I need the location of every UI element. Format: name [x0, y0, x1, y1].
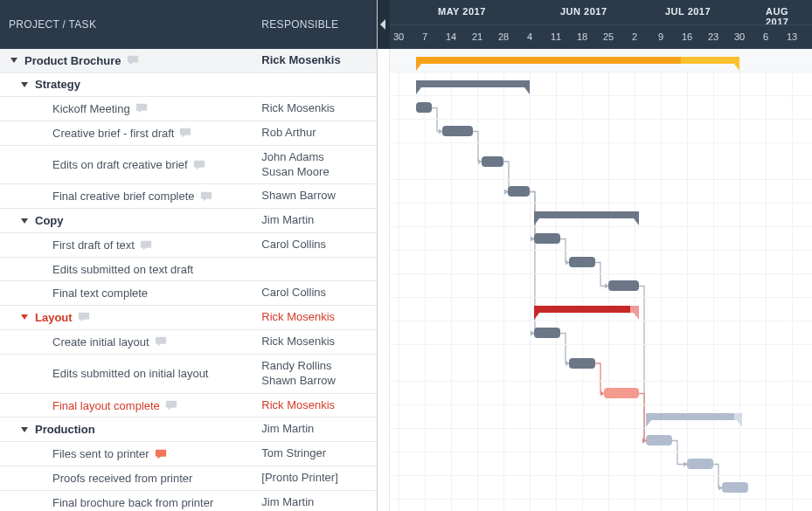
- table-row[interactable]: Kickoff MeetingRick Mosenkis: [0, 97, 377, 121]
- day-label: 30: [390, 31, 407, 42]
- task-name: Proofs received from printer: [52, 472, 192, 485]
- summary-bar[interactable]: [416, 80, 530, 87]
- column-header-responsible[interactable]: RESPONSIBLE: [261, 18, 377, 31]
- task-name: Copy: [35, 214, 64, 227]
- responsible-name: Jim Martin: [261, 422, 314, 435]
- task-rows: Product BrochureRick MosenkisStrategyKic…: [0, 49, 377, 511]
- day-label: 18: [573, 31, 591, 42]
- comment-icon[interactable]: [135, 102, 148, 114]
- expand-caret-icon[interactable]: [19, 425, 30, 434]
- comment-icon[interactable]: [155, 335, 167, 348]
- table-row[interactable]: First draft of textCarol Collins: [0, 233, 377, 258]
- gantt-body[interactable]: [390, 49, 812, 511]
- table-row[interactable]: Proofs received from printer[Pronto Prin…: [0, 466, 377, 491]
- task-name: Final creative brief complete: [52, 190, 195, 203]
- task-name: Kickoff Meeting: [52, 102, 130, 115]
- day-label: 6: [757, 31, 774, 42]
- task-bar[interactable]: [722, 482, 748, 493]
- day-label: 23: [704, 31, 722, 42]
- responsible-name: Rick Mosenkis: [261, 53, 340, 66]
- task-bar[interactable]: [534, 233, 560, 244]
- table-row[interactable]: Create initial layoutRick Mosenkis: [0, 330, 377, 355]
- expand-caret-icon[interactable]: [19, 217, 30, 225]
- task-name: Edits submitted on text draft: [52, 263, 193, 276]
- comment-icon[interactable]: [78, 311, 90, 323]
- table-row[interactable]: LayoutRick Mosenkis: [0, 306, 377, 330]
- day-label: 4: [521, 31, 538, 42]
- responsible-name: Shawn Barrow: [261, 189, 336, 202]
- task-name: Production: [35, 423, 95, 436]
- table-row[interactable]: Edits submitted on initial layoutRandy R…: [0, 355, 377, 394]
- task-bar[interactable]: [687, 459, 713, 469]
- task-bar[interactable]: [604, 388, 639, 398]
- comment-icon[interactable]: [200, 190, 212, 203]
- responsible-name: Carol Collins: [261, 286, 326, 299]
- task-bar[interactable]: [569, 257, 595, 267]
- day-label: 16: [678, 31, 696, 42]
- gantt-row: [390, 452, 812, 476]
- summary-bar[interactable]: [534, 306, 639, 313]
- comment-icon[interactable]: [140, 239, 152, 252]
- gantt-row: [390, 73, 812, 96]
- table-row[interactable]: Final text completeCarol Collins: [0, 281, 377, 306]
- day-label: 30: [731, 31, 748, 42]
- responsible-name: [Pronto Printer]: [261, 471, 337, 484]
- task-bar[interactable]: [442, 126, 473, 136]
- table-row[interactable]: Creative brief - first draftRob Arthur: [0, 121, 377, 146]
- responsible-name: Rick Mosenkis: [261, 101, 335, 114]
- table-row[interactable]: ProductionJim Martin: [0, 418, 377, 442]
- table-row[interactable]: Product BrochureRick Mosenkis: [0, 49, 377, 73]
- task-bar[interactable]: [608, 280, 639, 291]
- table-row[interactable]: Strategy: [0, 73, 377, 97]
- task-list-panel: PROJECT / TASK RESPONSIBLE Product Broch…: [0, 0, 378, 511]
- task-name: Final brochure back from printer: [52, 496, 213, 509]
- month-label: JUL 2017: [665, 6, 711, 17]
- gantt-row: [390, 274, 812, 298]
- task-bar[interactable]: [534, 328, 560, 338]
- summary-bar[interactable]: [534, 211, 639, 218]
- task-name: Edits submitted on initial layout: [52, 367, 208, 380]
- table-row[interactable]: Final brochure back from printerJim Mart…: [0, 491, 377, 511]
- comment-icon[interactable]: [193, 159, 205, 171]
- gantt-row: [390, 429, 812, 452]
- summary-bar[interactable]: [416, 57, 739, 64]
- expand-caret-icon[interactable]: [9, 56, 19, 65]
- task-bar[interactable]: [646, 435, 672, 445]
- day-row: 30714212841118252916233061320: [390, 24, 812, 49]
- responsible-name: Jim Martin: [261, 213, 314, 226]
- responsible-name: John AdamsSusan Moore: [261, 150, 329, 178]
- gantt-rows: [390, 49, 812, 500]
- expand-caret-icon[interactable]: [19, 80, 30, 89]
- table-row[interactable]: Files sent to printerTom Stringer: [0, 442, 377, 466]
- expand-caret-icon[interactable]: [19, 313, 30, 321]
- responsible-name: Jim Martin: [261, 495, 314, 508]
- column-header-task[interactable]: PROJECT / TASK: [0, 18, 261, 31]
- task-bar[interactable]: [569, 358, 595, 369]
- day-label: 2: [626, 31, 643, 42]
- gantt-row: [390, 120, 812, 143]
- comment-icon[interactable]: [127, 54, 139, 66]
- collapse-panel-handle[interactable]: [378, 0, 390, 49]
- gantt-row: [390, 180, 812, 204]
- table-row[interactable]: Edits submitted on text draft: [0, 258, 377, 281]
- table-row[interactable]: Final layout completeRick Mosenkis: [0, 394, 377, 418]
- table-row[interactable]: CopyJim Martin: [0, 209, 377, 233]
- table-row[interactable]: Edits on draft creative briefJohn AdamsS…: [0, 146, 377, 185]
- summary-bar[interactable]: [646, 413, 742, 420]
- task-bar[interactable]: [416, 102, 432, 113]
- task-bar[interactable]: [508, 186, 530, 197]
- gantt-row: [390, 382, 812, 405]
- comment-icon[interactable]: [165, 399, 177, 411]
- responsible-name: Tom Stringer: [261, 446, 326, 459]
- gantt-row: [390, 298, 812, 321]
- task-name: Final text complete: [52, 287, 148, 300]
- task-bar[interactable]: [482, 156, 503, 167]
- comment-icon[interactable]: [179, 127, 191, 139]
- day-label: 13: [783, 31, 801, 42]
- table-row[interactable]: Final creative brief completeShawn Barro…: [0, 184, 377, 209]
- day-label: 9: [652, 31, 670, 42]
- comment-icon[interactable]: [155, 448, 167, 460]
- day-label: 21: [468, 31, 486, 42]
- chevron-left-icon: [380, 19, 387, 30]
- gantt-row: [390, 405, 812, 429]
